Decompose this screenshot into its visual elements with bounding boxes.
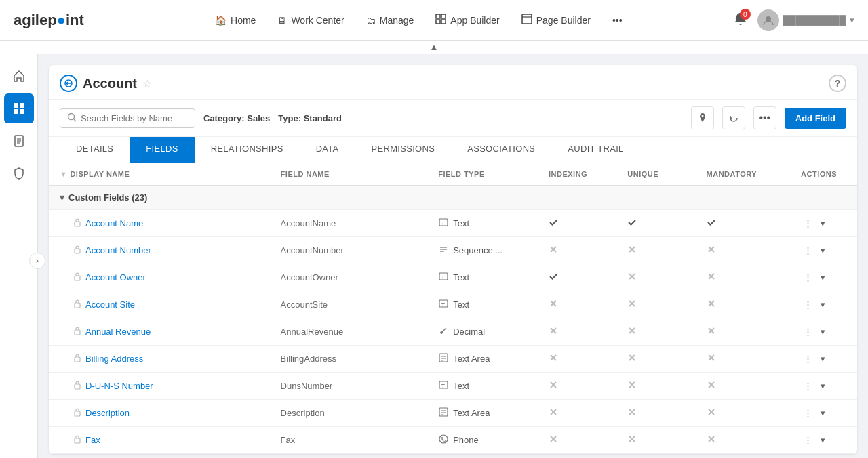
field-name-link[interactable]: Account Owner xyxy=(85,272,146,283)
field-name-link[interactable]: D-U-N-S Number xyxy=(85,381,153,391)
avatar xyxy=(757,9,779,31)
x-icon xyxy=(627,300,637,310)
tab-relationships[interactable]: RELATIONSHIPS xyxy=(195,137,300,163)
page-header: Account ☆ ? xyxy=(49,65,857,100)
row-more-button[interactable]: ⋮ xyxy=(801,325,815,338)
indexing-cell xyxy=(538,237,616,264)
x-icon xyxy=(627,436,637,446)
type-label: Type: Standard xyxy=(278,113,342,123)
actions-cell: ⋮ ▾ xyxy=(790,318,857,346)
field-type-icon: T xyxy=(438,271,449,284)
search-box[interactable] xyxy=(60,108,195,128)
field-name-link[interactable]: Billing Address xyxy=(85,354,143,364)
field-type-icon xyxy=(438,352,449,365)
unique-cell xyxy=(616,427,695,454)
table-row: Description Description Text Area xyxy=(49,400,857,427)
row-more-button[interactable]: ⋮ xyxy=(801,352,815,365)
row-more-button[interactable]: ⋮ xyxy=(801,244,815,257)
favorite-icon[interactable]: ☆ xyxy=(142,77,152,90)
help-button[interactable]: ? xyxy=(829,75,846,92)
field-name-link[interactable]: Account Site xyxy=(85,299,135,310)
tab-audit-trail[interactable]: AUDIT TRAIL xyxy=(551,137,639,163)
field-name-link[interactable]: Fax xyxy=(85,435,100,445)
field-name-cell: AccountSite xyxy=(270,291,428,318)
page-title-row: Account ☆ xyxy=(60,75,152,92)
x-icon xyxy=(627,273,637,283)
tab-fields[interactable]: FIELDS xyxy=(130,137,194,163)
add-field-button[interactable]: Add Field xyxy=(785,108,846,129)
user-area[interactable]: ██████████ ▾ xyxy=(757,9,854,31)
nav-manage[interactable]: 🗂 Manage xyxy=(357,9,424,31)
nav-workcenter-label: Work Center xyxy=(291,15,344,26)
row-expand-button[interactable]: ▾ xyxy=(818,217,828,230)
sidebar-expand-button[interactable]: › xyxy=(29,253,45,269)
row-more-button[interactable]: ⋮ xyxy=(801,298,815,311)
row-more-button[interactable]: ⋮ xyxy=(801,407,815,419)
svg-rect-67 xyxy=(75,384,80,389)
row-expand-button[interactable]: ▾ xyxy=(818,379,828,392)
nav-pagebuilder[interactable]: Page Builder xyxy=(512,8,600,32)
row-expand-button[interactable]: ▾ xyxy=(818,407,828,419)
row-expand-button[interactable]: ▾ xyxy=(818,352,828,365)
category-label: Category: Sales xyxy=(203,113,270,123)
sidebar-item-apps[interactable] xyxy=(4,93,34,123)
nav-appbuilder[interactable]: App Builder xyxy=(426,8,509,32)
sidebar-item-docs[interactable] xyxy=(4,126,34,156)
nav-more[interactable]: ••• xyxy=(603,9,632,31)
row-more-button[interactable]: ⋮ xyxy=(801,434,815,446)
field-name-link[interactable]: Account Number xyxy=(85,245,151,255)
tab-data[interactable]: DATA xyxy=(300,137,355,163)
unique-cell xyxy=(616,400,695,427)
refresh-button[interactable] xyxy=(722,106,745,129)
row-more-button[interactable]: ⋮ xyxy=(801,379,815,392)
x-icon xyxy=(549,246,558,256)
svg-rect-22 xyxy=(75,249,80,253)
appbuilder-icon xyxy=(435,14,446,26)
back-button[interactable] xyxy=(60,75,77,92)
svg-text:T: T xyxy=(441,220,445,226)
sidebar-item-home[interactable] xyxy=(4,61,34,91)
table-row: Account Name AccountName T Text xyxy=(49,210,857,237)
location-pin-button[interactable] xyxy=(691,106,714,129)
svg-rect-76 xyxy=(75,411,80,416)
search-input[interactable] xyxy=(81,113,188,123)
row-expand-button[interactable]: ▾ xyxy=(818,325,828,338)
logo-text: agilep●int xyxy=(14,12,84,29)
row-more-button[interactable]: ⋮ xyxy=(801,217,815,230)
tab-permissions[interactable]: PERMISSIONS xyxy=(355,137,452,163)
row-expand-button[interactable]: ▾ xyxy=(818,298,828,311)
notification-badge: 0 xyxy=(740,9,751,20)
nav-workcenter[interactable]: 🖥 Work Center xyxy=(268,9,353,31)
svg-rect-3 xyxy=(441,20,446,24)
sidebar-item-shield[interactable] xyxy=(4,159,34,188)
row-expand-button[interactable]: ▾ xyxy=(818,434,828,446)
x-icon xyxy=(707,409,716,419)
actions-cell: ⋮ ▾ xyxy=(790,237,857,264)
row-expand-button[interactable]: ▾ xyxy=(818,271,828,284)
field-type-cell: T Text xyxy=(427,264,538,291)
svg-point-17 xyxy=(68,113,75,119)
notifications-button[interactable]: 0 xyxy=(733,12,748,28)
field-type-label: Phone xyxy=(453,435,479,445)
nav-home[interactable]: 🏠 Home xyxy=(205,9,265,31)
display-name-cell: Billing Address xyxy=(49,346,270,373)
display-name-cell: Account Site xyxy=(49,291,270,318)
tab-details[interactable]: DETAILS xyxy=(60,137,130,163)
tab-associations[interactable]: ASSOCIATIONS xyxy=(451,137,551,163)
row-expand-button[interactable]: ▾ xyxy=(818,244,828,257)
x-icon xyxy=(549,381,558,392)
lock-icon xyxy=(73,245,81,256)
collapse-group-icon[interactable]: ▾ xyxy=(60,192,64,203)
field-type-icon: T xyxy=(438,217,449,230)
actions-cell: ⋮ ▾ xyxy=(790,400,857,427)
field-name-link[interactable]: Account Name xyxy=(85,218,143,228)
field-name-link[interactable]: Description xyxy=(85,408,130,418)
field-type-label: Text xyxy=(453,299,469,310)
more-options-button[interactable]: ••• xyxy=(753,106,776,129)
unique-cell xyxy=(616,210,695,237)
row-more-button[interactable]: ⋮ xyxy=(801,271,815,284)
mandatory-cell xyxy=(696,291,791,318)
field-type-cell: T Text xyxy=(427,373,538,400)
collapse-banner[interactable]: ▲ xyxy=(0,41,868,54)
field-name-link[interactable]: Annual Revenue xyxy=(85,327,151,337)
